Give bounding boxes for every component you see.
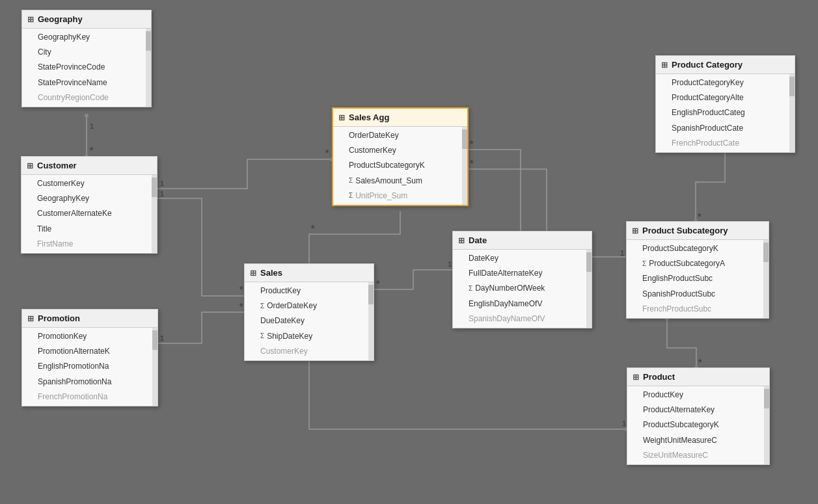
product-body: ProductKey ProductAlternateKey ProductSu… <box>627 386 769 464</box>
list-item[interactable]: City <box>22 45 151 60</box>
list-item[interactable]: ProductSubcategoryK <box>627 241 769 256</box>
promotion-table-header: ⊞ Promotion <box>22 310 157 328</box>
svg-text:*: * <box>698 357 702 367</box>
svg-text:1: 1 <box>622 419 626 427</box>
list-item[interactable]: FrenchPromotionNa <box>22 390 157 405</box>
table-icon: ⊞ <box>338 113 345 122</box>
list-item[interactable]: StateProvinceCode <box>22 60 151 75</box>
sales-table-header: ⊞ Sales <box>245 264 374 282</box>
list-item[interactable]: SpanishDayNameOfV <box>453 312 592 326</box>
svg-text:*: * <box>470 158 474 168</box>
list-item[interactable]: PromotionAlternateK <box>22 344 157 359</box>
list-item[interactable]: CustomerKey <box>21 176 157 191</box>
table-icon: ⊞ <box>250 269 256 278</box>
list-item[interactable]: EnglishPromotionNa <box>22 359 157 374</box>
list-item[interactable]: SpanishProductSubc <box>627 287 769 302</box>
table-icon: ⊞ <box>27 161 33 170</box>
list-item[interactable]: GeographyKey <box>22 30 151 45</box>
customer-title: Customer <box>37 161 77 170</box>
sigma-icon: Σ <box>469 284 472 294</box>
svg-text:1: 1 <box>160 334 164 342</box>
list-item[interactable]: FrenchProductSubc <box>627 302 769 317</box>
svg-text:1: 1 <box>448 260 452 268</box>
list-item[interactable]: PromotionKey <box>22 329 157 344</box>
list-item[interactable]: DateKey <box>453 251 592 266</box>
date-title: Date <box>469 235 487 245</box>
svg-text:*: * <box>698 211 702 222</box>
list-item[interactable]: SpanishPromotionNa <box>22 375 157 390</box>
svg-text:*: * <box>470 139 474 149</box>
sales-agg-title: Sales Agg <box>349 113 389 122</box>
list-item[interactable]: EnglishProductCateg <box>656 105 795 120</box>
sales-table[interactable]: ⊞ Sales ProductKey ΣOrderDateKey DueDate… <box>244 263 374 361</box>
sales-agg-body: OrderDateKey CustomerKey ProductSubcateg… <box>333 127 467 205</box>
list-item[interactable]: EnglishDayNameOfV <box>453 297 592 312</box>
list-item[interactable]: CustomerAlternateKe <box>21 206 157 221</box>
svg-point-1 <box>85 114 89 118</box>
list-item[interactable]: ΣSalesAmount_Sum <box>333 174 467 189</box>
list-item[interactable]: SpanishProductCate <box>656 121 795 136</box>
svg-text:*: * <box>90 145 94 155</box>
svg-text:1: 1 <box>160 179 164 187</box>
sales-title: Sales <box>260 268 282 278</box>
list-item[interactable]: ProductAlternateKey <box>627 403 769 418</box>
list-item[interactable]: ProductSubcategoryK <box>627 418 769 432</box>
geography-table-header: ⊞ Geography <box>22 10 151 29</box>
svg-text:1: 1 <box>620 249 624 257</box>
product-subcategory-table[interactable]: ⊞ Product Subcategory ProductSubcategory… <box>626 221 769 319</box>
product-subcategory-title: Product Subcategory <box>642 226 728 235</box>
table-icon: ⊞ <box>27 314 34 323</box>
svg-text:1: 1 <box>90 122 94 130</box>
list-item[interactable]: ΣUnitPrice_Sum <box>333 189 467 204</box>
list-item[interactable]: CountryRegionCode <box>22 90 151 105</box>
list-item[interactable]: ProductSubcategoryK <box>333 158 467 173</box>
table-icon: ⊞ <box>632 226 638 235</box>
promotion-table[interactable]: ⊞ Promotion PromotionKey PromotionAltern… <box>21 309 158 406</box>
list-item[interactable]: ProductKey <box>245 284 374 298</box>
svg-text:*: * <box>239 301 243 312</box>
list-item[interactable]: ProductCategoryAlte <box>656 90 795 105</box>
list-item[interactable]: OrderDateKey <box>333 128 467 143</box>
table-icon: ⊞ <box>458 236 465 245</box>
list-item[interactable]: FirstName <box>21 237 157 252</box>
product-category-table[interactable]: ⊞ Product Category ProductCategoryKey Pr… <box>655 55 795 153</box>
geography-title: Geography <box>38 14 83 24</box>
svg-text:*: * <box>239 284 243 295</box>
list-item[interactable]: ΣProductSubcategoryA <box>627 256 769 271</box>
list-item[interactable]: ProductKey <box>627 388 769 403</box>
svg-text:*: * <box>311 223 315 233</box>
product-subcategory-body: ProductSubcategoryK ΣProductSubcategoryA… <box>627 240 769 318</box>
list-item[interactable]: FullDateAlternateKey <box>453 266 592 281</box>
list-item[interactable]: EnglishProductSubc <box>627 271 769 286</box>
list-item[interactable]: ΣOrderDateKey <box>245 298 374 313</box>
list-item[interactable]: SizeUnitMeasureC <box>627 448 769 463</box>
svg-text:*: * <box>376 278 380 289</box>
product-table-header: ⊞ Product <box>627 368 769 386</box>
list-item[interactable]: ΣShipDateKey <box>245 329 374 344</box>
promotion-body: PromotionKey PromotionAlternateK English… <box>22 328 157 406</box>
list-item[interactable]: Title <box>21 222 157 237</box>
product-table[interactable]: ⊞ Product ProductKey ProductAlternateKey… <box>627 367 770 465</box>
customer-body: CustomerKey GeographyKey CustomerAlterna… <box>21 175 157 253</box>
list-item[interactable]: FrenchProductCate <box>656 136 795 151</box>
list-item[interactable]: DueDateKey <box>245 313 374 328</box>
date-table[interactable]: ⊞ Date DateKey FullDateAlternateKey ΣDay… <box>452 231 592 328</box>
list-item[interactable]: CustomerKey <box>245 344 374 359</box>
date-body: DateKey FullDateAlternateKey ΣDayNumberO… <box>453 250 592 328</box>
list-item[interactable]: StateProvinceName <box>22 75 151 90</box>
product-category-title: Product Category <box>672 60 743 70</box>
list-item[interactable]: ΣDayNumberOfWeek <box>453 281 592 296</box>
customer-table[interactable]: ⊞ Customer CustomerKey GeographyKey Cust… <box>21 156 157 254</box>
sales-agg-table[interactable]: ⊞ Sales Agg OrderDateKey CustomerKey Pro… <box>332 107 469 206</box>
table-icon: ⊞ <box>661 60 668 70</box>
product-category-table-header: ⊞ Product Category <box>656 56 795 74</box>
list-item[interactable]: ProductCategoryKey <box>656 75 795 90</box>
list-item[interactable]: GeographyKey <box>21 191 157 206</box>
list-item[interactable]: WeightUnitMeasureC <box>627 433 769 448</box>
table-icon: ⊞ <box>633 373 639 382</box>
customer-table-header: ⊞ Customer <box>21 157 157 175</box>
sales-agg-table-header: ⊞ Sales Agg <box>333 109 467 127</box>
product-title: Product <box>643 372 675 382</box>
geography-table[interactable]: ⊞ Geography GeographyKey City StateProvi… <box>21 10 152 107</box>
list-item[interactable]: CustomerKey <box>333 143 467 158</box>
